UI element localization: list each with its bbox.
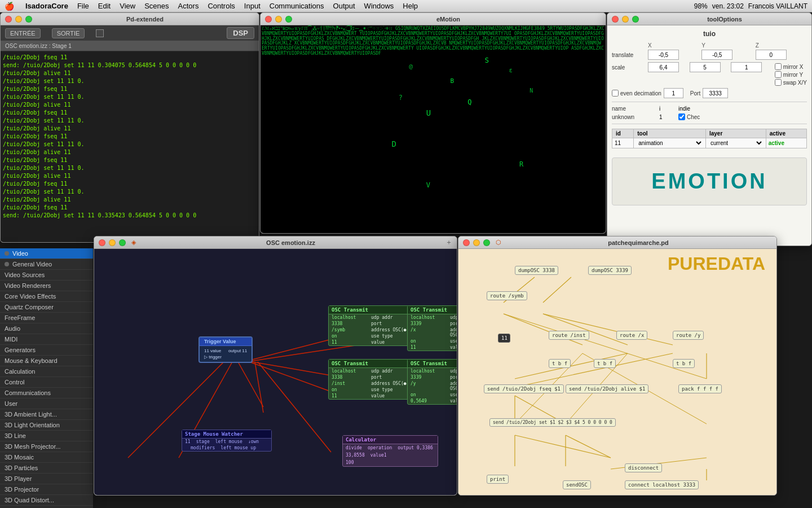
tool-select[interactable]: animation — [636, 139, 703, 147]
layer-select[interactable]: current — [708, 139, 764, 147]
pd-dsp-checkbox[interactable] — [96, 29, 104, 37]
table-cell-layer[interactable]: current — [705, 138, 766, 148]
pd-minimize-button[interactable] — [15, 16, 22, 23]
osc-canvas[interactable]: Trigger Value 11 value output 11 ▷ trigg… — [94, 249, 457, 495]
sidebar-item-3d-particles[interactable]: 3D Particles — [0, 463, 93, 474]
route-inst-node[interactable]: route /inst — [549, 331, 589, 340]
sidebar-item-quartz[interactable]: Quartz Composer — [0, 302, 93, 313]
menu-edit[interactable]: Edit — [94, 2, 115, 10]
osc-zoom-button[interactable] — [119, 239, 126, 246]
menu-isadora[interactable]: IsadoraCore — [21, 2, 73, 10]
even-dec-input[interactable] — [664, 88, 683, 98]
table-cell-tool[interactable]: animation — [634, 138, 706, 148]
sidebar-item-3d-projector[interactable]: 3D Projector — [0, 484, 93, 495]
emotion-zoom-button[interactable] — [285, 16, 292, 23]
menu-file[interactable]: File — [73, 2, 94, 10]
osc-transmit-3[interactable]: OSC Transmit localhostudp addr 3338port … — [328, 359, 412, 400]
mirror-y-checkbox-label[interactable]: mirror Y — [775, 71, 807, 78]
emotion-close-button[interactable] — [265, 16, 272, 23]
mirror-y-checkbox[interactable] — [775, 71, 782, 78]
sidebar-item-3d-mosaic[interactable]: 3D Mosaic — [0, 452, 93, 463]
even-dec-checkbox-label[interactable]: even decimation — [612, 90, 661, 97]
mirror-x-checkbox[interactable] — [775, 63, 782, 70]
tool-zoom-button[interactable] — [632, 16, 639, 23]
tbf1-node[interactable]: t b f — [549, 359, 571, 368]
sidebar-item-3d-quad[interactable]: 3D Quad Distort... — [0, 495, 93, 506]
tool-close-button[interactable] — [612, 16, 619, 23]
sidebar-item-generators[interactable]: Generators — [0, 345, 93, 356]
swap-xy-checkbox[interactable] — [775, 79, 782, 86]
tool-translate-y-input[interactable] — [701, 50, 732, 60]
sidebar-item-3d-line[interactable]: 3D Line — [0, 431, 93, 441]
menu-input[interactable]: Input — [240, 2, 265, 10]
sidebar-item-3d-mesh[interactable]: 3D Mesh Projector... — [0, 441, 93, 452]
sidebar-item-general-video[interactable]: General Video — [0, 259, 93, 270]
send-set-node[interactable]: send /tuio/2Dobj set $1 $2 $3 $4 5 0 0 0… — [489, 418, 616, 427]
check-checkbox-label[interactable]: Chec — [678, 113, 807, 120]
sidebar-item-video[interactable]: Video — [0, 248, 93, 259]
menu-communications[interactable]: Communications — [265, 2, 329, 10]
menu-help[interactable]: Help — [398, 2, 422, 10]
check-checkbox[interactable] — [678, 113, 685, 120]
tool-scale-y-input[interactable] — [690, 62, 721, 72]
dumpOSC-3338-node[interactable]: dumpOSC 3338 — [515, 266, 558, 275]
menu-controls[interactable]: Controls — [203, 2, 239, 10]
sidebar-item-core-video[interactable]: Core Video Effects — [0, 291, 93, 302]
menu-scenes[interactable]: Scenes — [140, 2, 173, 10]
val-11-node[interactable]: 11 — [498, 334, 510, 343]
sidebar-item-video-sources[interactable]: Video Sources — [0, 270, 93, 281]
stage-mouse-watcher[interactable]: Stage Mouse Watcher 11 stage left mouse … — [182, 430, 272, 452]
sidebar-item-user[interactable]: User — [0, 398, 93, 409]
osc-add-icon[interactable]: ＋ — [445, 238, 452, 247]
osc-minimize-button[interactable] — [109, 239, 116, 246]
sidebar-item-midi[interactable]: MIDI — [0, 334, 93, 345]
sidebar-item-mouse-keyboard[interactable]: Mouse & Keyboard — [0, 356, 93, 366]
even-dec-checkbox[interactable] — [612, 90, 619, 97]
patch-zoom-button[interactable] — [483, 239, 490, 246]
tool-scale-x-input[interactable] — [648, 62, 679, 72]
menu-windows[interactable]: Windows — [360, 2, 399, 10]
sidebar-item-3d-player[interactable]: 3D Player — [0, 474, 93, 484]
disconnect-node[interactable]: disconnect — [625, 463, 662, 472]
emotion-minimize-button[interactable] — [275, 16, 282, 23]
tool-scale-z-input[interactable] — [731, 62, 762, 72]
calculator-node[interactable]: Calculator divide operation output 0,338… — [342, 435, 438, 467]
pd-entree-button[interactable]: ENTRÉE — [5, 28, 41, 38]
patch-close-button[interactable] — [463, 239, 470, 246]
patch-canvas[interactable]: PUREDATA dumpOSC 3338 dumpOSC 3339 route… — [458, 249, 776, 495]
pack-node[interactable]: pack f f f f — [678, 384, 722, 393]
tool-minimize-button[interactable] — [622, 16, 629, 23]
osc-transmit-4[interactable]: OSC Transmit localhostudp addr 3339port … — [407, 359, 457, 405]
patch-minimize-button[interactable] — [473, 239, 480, 246]
sidebar-item-3d-ambient[interactable]: 3D Ambient Light... — [0, 409, 93, 420]
sidebar-item-3d-light[interactable]: 3D Light Orientation — [0, 420, 93, 431]
swap-xy-checkbox-label[interactable]: swap X/Y — [775, 79, 807, 86]
menu-actors[interactable]: Actors — [174, 2, 204, 10]
route-symb-node[interactable]: route /symb — [487, 291, 527, 300]
tbf3-node[interactable]: t b f — [673, 359, 695, 368]
print-node[interactable]: print — [487, 475, 509, 484]
menu-view[interactable]: View — [115, 2, 140, 10]
sidebar-item-communications[interactable]: Communications — [0, 388, 93, 398]
tool-translate-x-input[interactable] — [648, 50, 679, 60]
pd-close-button[interactable] — [5, 16, 12, 23]
osc-transmit-2[interactable]: OSC Transmit localhostudp addr 3339port … — [407, 305, 457, 351]
pd-zoom-button[interactable] — [25, 16, 32, 23]
port-input[interactable] — [703, 88, 728, 98]
pd-sortie-button[interactable]: SORTIE — [52, 28, 85, 38]
route-y-node[interactable]: route /y — [673, 331, 704, 340]
osc-transmit-1[interactable]: OSC Transmit localhostudp addr 3338port … — [328, 305, 412, 346]
trigger-value-node[interactable]: Trigger Value 11 value output 11 ▷ trigg… — [198, 336, 253, 363]
osc-close-button[interactable] — [99, 239, 105, 246]
connect-node[interactable]: connect localhost 3333 — [625, 480, 699, 489]
sidebar-item-calculation[interactable]: Calculation — [0, 366, 93, 377]
dumpOSC-3339-node[interactable]: dumpOSC 3339 — [588, 266, 632, 275]
sidebar-item-freeframe[interactable]: FreeFrame — [0, 313, 93, 323]
menu-output[interactable]: Output — [329, 2, 360, 10]
tbf2-node[interactable]: t b f — [594, 359, 616, 368]
route-x-node[interactable]: route /x — [616, 331, 647, 340]
mirror-x-checkbox-label[interactable]: mirror X — [775, 63, 807, 70]
tool-translate-z-input[interactable] — [756, 50, 787, 60]
sidebar-item-audio[interactable]: Audio — [0, 323, 93, 334]
apple-menu[interactable]: 🍎 — [5, 2, 14, 11]
